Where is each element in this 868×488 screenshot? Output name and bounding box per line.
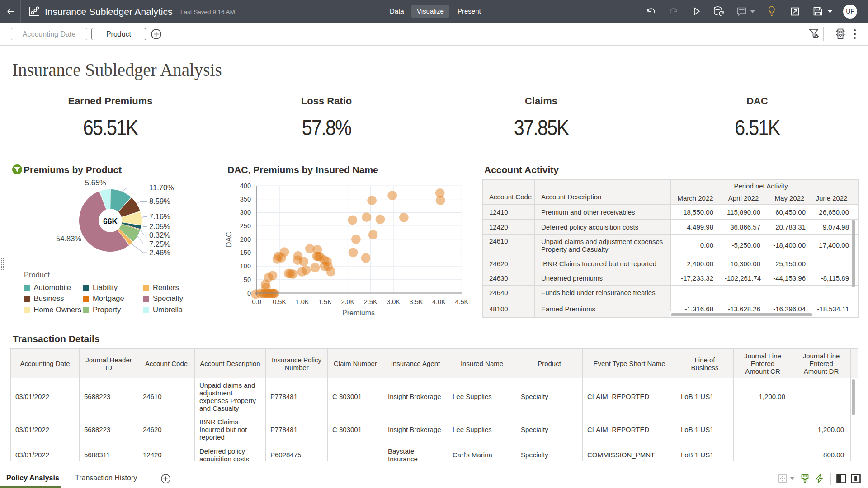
svg-text:5.65%: 5.65%	[85, 178, 106, 187]
svg-text:1.0K: 1.0K	[296, 298, 309, 305]
svg-text:0.0: 0.0	[252, 298, 261, 305]
svg-text:0.32%: 0.32%	[149, 231, 170, 239]
svg-text:150: 150	[240, 249, 251, 256]
svg-text:2.0K: 2.0K	[341, 298, 354, 305]
svg-text:8.59%: 8.59%	[149, 197, 170, 205]
svg-text:100: 100	[240, 263, 251, 270]
svg-text:Premiums: Premiums	[342, 309, 375, 317]
svg-text:350: 350	[240, 196, 251, 203]
svg-text:2.46%: 2.46%	[149, 249, 170, 257]
svg-text:200: 200	[240, 236, 251, 243]
svg-text:3.5K: 3.5K	[410, 298, 423, 305]
svg-text:0: 0	[247, 290, 251, 297]
svg-text:4.5K: 4.5K	[455, 298, 468, 305]
svg-text:7.25%: 7.25%	[149, 240, 170, 248]
svg-text:300: 300	[240, 209, 251, 216]
svg-text:DAC: DAC	[225, 232, 233, 247]
svg-text:250: 250	[240, 222, 251, 230]
svg-text:400: 400	[240, 182, 251, 189]
svg-text:54.83%: 54.83%	[56, 235, 81, 243]
svg-text:50: 50	[244, 276, 251, 283]
svg-text:2.5K: 2.5K	[364, 298, 377, 305]
svg-text:3.0K: 3.0K	[387, 298, 400, 305]
svg-text:11.70%: 11.70%	[149, 183, 174, 192]
svg-text:66K: 66K	[103, 217, 118, 226]
svg-text:2.05%: 2.05%	[149, 222, 170, 230]
svg-text:0.5K: 0.5K	[273, 298, 286, 305]
svg-text:4.0K: 4.0K	[432, 298, 446, 305]
svg-text:1.5K: 1.5K	[318, 298, 332, 305]
svg-text:7.16%: 7.16%	[149, 212, 170, 221]
